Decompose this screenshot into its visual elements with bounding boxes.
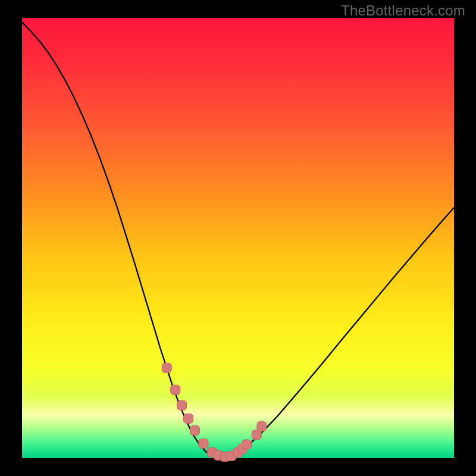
watermark-text: TheBottleneck.com bbox=[341, 2, 465, 19]
marker-point bbox=[242, 440, 252, 449]
marker-point bbox=[199, 439, 208, 449]
plot-background bbox=[22, 18, 454, 458]
bottleneck-plot bbox=[0, 0, 476, 476]
marker-point bbox=[257, 422, 267, 431]
chart-frame: TheBottleneck.com bbox=[0, 0, 476, 476]
marker-point bbox=[162, 363, 171, 372]
marker-point bbox=[171, 385, 180, 394]
marker-point bbox=[177, 400, 187, 410]
marker-point bbox=[184, 414, 193, 423]
marker-point bbox=[190, 425, 199, 435]
